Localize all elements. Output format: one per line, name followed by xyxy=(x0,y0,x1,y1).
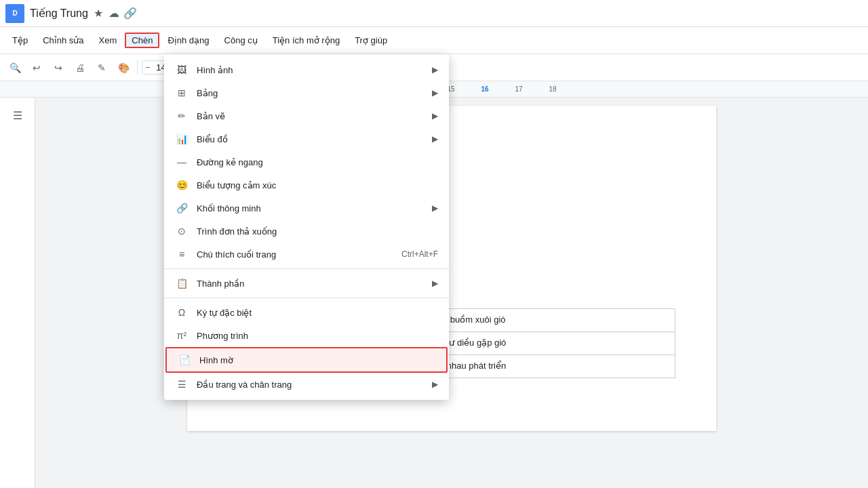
menu-item-label: Chú thích cuối trang xyxy=(197,249,393,260)
dropdown-icon: ⊙ xyxy=(175,224,189,238)
sidebar: ☰ xyxy=(0,98,35,488)
component-icon: 📋 xyxy=(175,277,189,290)
menu-item-phuong-trinh[interactable]: π² Phương trình xyxy=(164,324,449,347)
toolbar-divider-1 xyxy=(137,61,138,75)
app-logo: D xyxy=(5,4,24,23)
menu-item-label: Trình đơn thả xuống xyxy=(197,226,438,237)
menu-item-hinh-mo[interactable]: 📄 Hình mờ xyxy=(165,347,448,373)
menu-item-thanh-phan[interactable]: 📋 Thành phần ▶ xyxy=(164,272,449,295)
submenu-arrow: ▶ xyxy=(432,88,438,98)
menu-bar: Tệp Chỉnh sửa Xem Chèn Định dạng Công cụ… xyxy=(0,27,868,54)
menu-item-trinh-don[interactable]: ⊙ Trình đơn thả xuống xyxy=(164,220,449,243)
insert-dropdown-menu: 🖼 Hình ảnh ▶ ⊞ Bảng ▶ ✏ Bản vẽ ▶ 📊 Biểu … xyxy=(164,54,449,400)
menu-item-dau-trang[interactable]: ☰ Đầu trang và chân trang ▶ xyxy=(164,373,449,396)
print-btn[interactable]: 🖨 xyxy=(71,58,90,77)
smart-block-icon: 🔗 xyxy=(175,201,189,215)
watermark-icon: 📄 xyxy=(178,353,191,367)
doc-area: thì chúng ta có thể ký được rồi. Ông Vươ… xyxy=(35,98,868,488)
spell-check-btn[interactable]: ✎ xyxy=(92,58,111,77)
menu-item-duong-ke[interactable]: — Đường kẻ ngang xyxy=(164,150,449,174)
search-toolbar-btn[interactable]: 🔍 xyxy=(5,58,24,77)
menu-item-chu-thich[interactable]: ≡ Chú thích cuối trang Ctrl+Alt+F xyxy=(164,243,449,266)
menu-item-label: Hình mờ xyxy=(199,355,435,365)
dropdown-divider-2 xyxy=(164,298,449,298)
star-icon[interactable]: ★ xyxy=(94,7,103,20)
menu-item-label: Bản vẽ xyxy=(197,111,424,121)
menu-tep[interactable]: Tệp xyxy=(5,33,35,48)
menu-item-label: Thành phần xyxy=(197,279,424,289)
font-size-minus[interactable]: − xyxy=(145,62,151,73)
menu-item-label: Ký tự đặc biệt xyxy=(197,308,438,318)
dropdown-divider-1 xyxy=(164,268,449,269)
link-icon: 🔗 xyxy=(123,7,137,20)
table-cell: lên như diều gặp gió xyxy=(416,331,675,354)
paint-format-btn[interactable]: 🎨 xyxy=(114,58,133,77)
chart-icon: 📊 xyxy=(175,132,189,146)
ruler-mark-18: 18 xyxy=(536,85,570,93)
menu-dinh-dang[interactable]: Định dạng xyxy=(161,33,216,48)
title-bar-icons: ☁ 🔗 xyxy=(108,7,137,20)
title-bar: D Tiếng Trung ★ ☁ 🔗 xyxy=(0,0,868,27)
menu-item-khoi-thong-minh[interactable]: 🔗 Khối thông minh ▶ xyxy=(164,197,449,220)
menu-item-hinh-anh[interactable]: 🖼 Hình ảnh ▶ xyxy=(164,58,449,81)
header-footer-icon: ☰ xyxy=(175,378,189,391)
submenu-arrow: ▶ xyxy=(432,134,438,144)
menu-cong-cu[interactable]: Công cụ xyxy=(218,33,264,48)
menu-item-label: Phương trình xyxy=(197,331,438,341)
menu-item-ky-tu[interactable]: Ω Ký tự đặc biệt xyxy=(164,301,449,324)
line-icon: — xyxy=(175,155,189,169)
menu-item-label: Đầu trang và chân trang xyxy=(197,380,424,390)
menu-item-bang[interactable]: ⊞ Bảng ▶ xyxy=(164,81,449,104)
ruler-mark-16: 16 xyxy=(468,85,502,93)
menu-item-bieu-do[interactable]: 📊 Biểu đồ ▶ xyxy=(164,127,449,150)
redo-btn[interactable]: ↪ xyxy=(49,58,68,77)
cloud-icon: ☁ xyxy=(108,7,119,20)
menu-item-bieu-tuong[interactable]: 😊 Biểu tượng cảm xúc xyxy=(164,174,449,197)
menu-item-label: Khối thông minh xyxy=(197,203,424,214)
image-icon: 🖼 xyxy=(175,63,189,77)
submenu-arrow: ▶ xyxy=(432,380,438,389)
menu-tien-ich[interactable]: Tiện ích mở rộng xyxy=(266,33,347,48)
menu-item-label: Biểu tượng cảm xúc xyxy=(197,180,438,190)
submenu-arrow: ▶ xyxy=(432,65,438,75)
menu-item-label: Hình ảnh xyxy=(197,65,424,75)
table-cell: cùng nhau phát triển xyxy=(416,354,675,378)
menu-item-ban-ve[interactable]: ✏ Bản vẽ ▶ xyxy=(164,104,449,127)
shortcut-label: Ctrl+Alt+F xyxy=(401,249,438,259)
menu-item-label: Biểu đồ xyxy=(197,134,424,144)
menu-tro-giup[interactable]: Trợ giúp xyxy=(348,33,394,48)
footnote-icon: ≡ xyxy=(175,247,189,261)
outline-btn[interactable]: ☰ xyxy=(5,103,30,127)
menu-item-label: Bảng xyxy=(197,88,424,98)
menu-item-label: Đường kẻ ngang xyxy=(197,157,438,167)
submenu-arrow: ▶ xyxy=(432,111,438,121)
equation-icon: π² xyxy=(175,329,189,342)
table-cell: thuận buồm xuôi gió xyxy=(416,309,675,332)
ruler-mark-17: 17 xyxy=(502,85,536,93)
special-char-icon: Ω xyxy=(175,306,189,319)
submenu-arrow: ▶ xyxy=(432,279,438,288)
menu-chen[interactable]: Chèn xyxy=(125,33,159,48)
draw-icon: ✏ xyxy=(175,109,189,123)
menu-xem[interactable]: Xem xyxy=(92,33,124,48)
menu-chinh-sua[interactable]: Chỉnh sửa xyxy=(36,33,90,48)
table-icon: ⊞ xyxy=(175,86,189,100)
submenu-arrow: ▶ xyxy=(432,203,438,213)
undo-btn[interactable]: ↩ xyxy=(27,58,46,77)
document-title[interactable]: Tiếng Trung xyxy=(30,7,88,20)
emoji-icon: 😊 xyxy=(175,178,189,192)
